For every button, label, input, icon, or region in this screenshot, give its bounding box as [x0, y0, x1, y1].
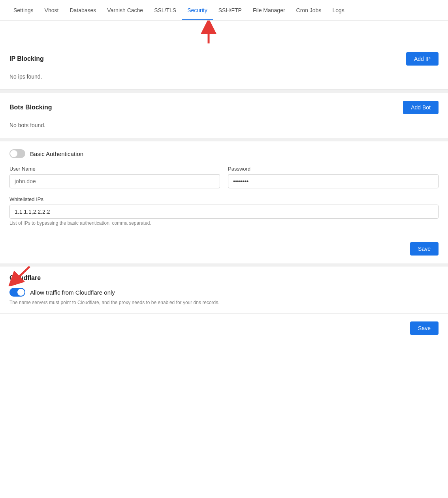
whitelisted-ips-section: Whitelisted IPs List of IPs to bypassing…	[9, 196, 439, 226]
whitelisted-hint: List of IPs to bypassing the basic authe…	[9, 220, 439, 226]
nav-databases[interactable]: Databases	[64, 1, 102, 20]
nav-vhost[interactable]: Vhost	[39, 1, 64, 20]
bots-blocking-header: Bots Blocking Add Bot	[9, 101, 439, 114]
divider-3	[0, 263, 448, 267]
cloudflare-toggle[interactable]	[9, 288, 25, 297]
basic-auth-save-row: Save	[0, 234, 448, 263]
nav-ssl-tls[interactable]: SSL/TLS	[149, 1, 182, 20]
ip-blocking-title: IP Blocking	[9, 55, 44, 62]
ip-blocking-empty: No ips found.	[9, 66, 439, 81]
nav-file-manager[interactable]: File Manager	[247, 1, 291, 20]
password-label: Password	[228, 166, 439, 172]
divider-2	[0, 138, 448, 141]
nav-logs[interactable]: Logs	[327, 1, 350, 20]
ip-blocking-section: IP Blocking Add IP No ips found.	[0, 44, 448, 90]
basic-auth-toggle[interactable]	[9, 149, 25, 158]
bots-blocking-empty: No bots found.	[9, 114, 439, 130]
username-label: User Name	[9, 166, 220, 172]
basic-auth-fields: User Name Password	[9, 166, 439, 188]
whitelisted-label: Whitelisted IPs	[9, 196, 439, 202]
basic-auth-toggle-wrap: Basic Authentication	[9, 149, 439, 158]
cloudflare-title: Cloudflare	[9, 274, 439, 282]
add-ip-button[interactable]: Add IP	[406, 52, 439, 66]
basic-auth-title: Basic Authentication	[30, 150, 83, 157]
nav-ssh-ftp[interactable]: SSH/FTP	[213, 1, 247, 20]
cloudflare-save-row: Save	[0, 314, 448, 343]
username-input[interactable]	[9, 174, 220, 188]
nav-arrow-icon	[194, 21, 225, 44]
bots-blocking-title: Bots Blocking	[9, 104, 52, 111]
cloudflare-toggle-row: Allow traffic from Cloudflare only	[9, 288, 439, 297]
password-group: Password	[228, 166, 439, 188]
basic-auth-section: Basic Authentication User Name Password …	[0, 141, 448, 234]
whitelisted-ips-input[interactable]	[9, 205, 439, 219]
cloudflare-save-button[interactable]: Save	[410, 321, 439, 335]
nav-cron-jobs[interactable]: Cron Jobs	[291, 1, 327, 20]
nav-security[interactable]: Security	[182, 1, 213, 20]
ip-blocking-header: IP Blocking Add IP	[9, 52, 439, 66]
username-group: User Name	[9, 166, 220, 188]
bots-blocking-section: Bots Blocking Add Bot No bots found.	[0, 93, 448, 138]
password-input[interactable]	[228, 174, 439, 188]
add-bot-button[interactable]: Add Bot	[403, 101, 439, 114]
cloudflare-hint: The name servers must point to Cloudflar…	[9, 300, 439, 305]
nav-bar: Settings Vhost Databases Varnish Cache S…	[0, 0, 448, 21]
basic-auth-save-button[interactable]: Save	[410, 242, 439, 256]
cloudflare-toggle-label: Allow traffic from Cloudflare only	[30, 289, 115, 296]
divider-1	[0, 90, 448, 93]
arrow-area	[0, 21, 448, 44]
nav-settings[interactable]: Settings	[8, 1, 39, 20]
cloudflare-section: Cloudflare Allow traffic from Cloudflare…	[0, 267, 448, 314]
nav-varnish-cache[interactable]: Varnish Cache	[102, 1, 149, 20]
